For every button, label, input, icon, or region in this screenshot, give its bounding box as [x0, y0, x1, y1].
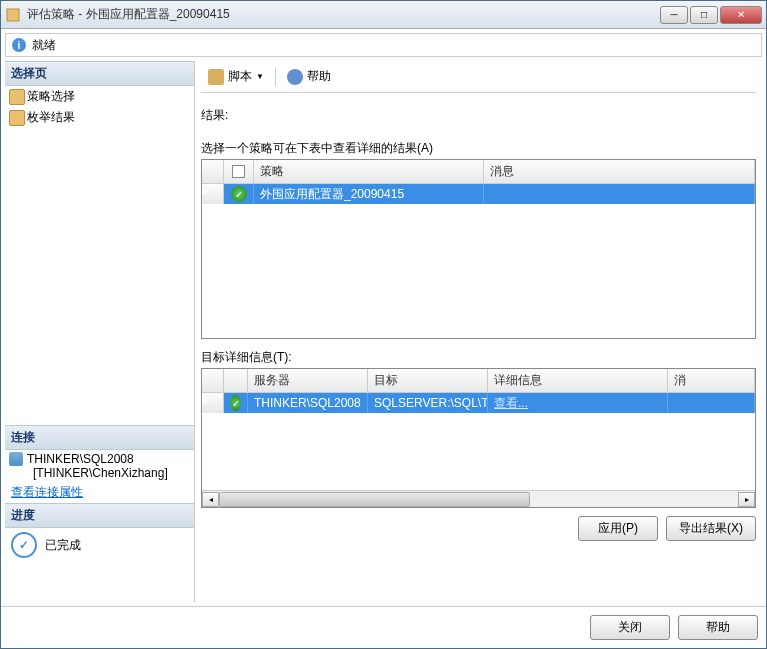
details-header: 服务器 目标 详细信息 消: [202, 369, 755, 393]
svg-rect-0: [7, 9, 19, 21]
col-policy[interactable]: 策略: [254, 160, 484, 183]
select-all-checkbox[interactable]: [232, 165, 245, 178]
results-instruction: 选择一个策略可在下表中查看详细的结果(A): [201, 140, 756, 157]
check-circle-icon: ✓: [11, 532, 37, 558]
col-target[interactable]: 目标: [368, 369, 488, 392]
action-buttons: 应用(P) 导出结果(X): [201, 508, 756, 549]
help-button[interactable]: 帮助: [280, 65, 338, 88]
connection-header: 连接: [5, 425, 194, 450]
status-text: 就绪: [32, 37, 56, 54]
results-row[interactable]: ▸ ✓ 外围应用配置器_20090415: [202, 184, 755, 204]
close-dialog-button[interactable]: 关闭: [590, 615, 670, 640]
toolbar-divider: [275, 68, 276, 86]
results-grid[interactable]: 策略 消息 ▸ ✓ 外围应用配置器_20090415: [201, 159, 756, 339]
info-icon: i: [12, 38, 26, 52]
scroll-right-button[interactable]: ▸: [738, 492, 755, 507]
row-marker: ▸: [202, 393, 224, 413]
close-button[interactable]: ✕: [720, 6, 762, 24]
info-cell: 查看...: [488, 393, 668, 413]
chevron-down-icon: ▼: [256, 72, 264, 81]
dialog-window: 评估策略 - 外围应用配置器_20090415 ─ □ ✕ i 就绪 选择页 策…: [0, 0, 767, 649]
script-button[interactable]: 脚本 ▼: [201, 65, 271, 88]
results-label: 结果:: [201, 107, 756, 124]
results-body: ▸ ✓ 外围应用配置器_20090415: [202, 184, 755, 338]
server-cell: THINKER\SQL2008: [248, 393, 368, 413]
col-server[interactable]: 服务器: [248, 369, 368, 392]
details-body: ▸ ✓ THINKER\SQL2008 SQLSERVER:\SQL\T... …: [202, 393, 755, 490]
status-bar: i 就绪: [5, 33, 762, 57]
progress-header: 进度: [5, 503, 194, 528]
row-marker: ▸: [202, 184, 224, 204]
scroll-left-button[interactable]: ◂: [202, 492, 219, 507]
col-info[interactable]: 详细信息: [488, 369, 668, 392]
col-message[interactable]: 消息: [484, 160, 755, 183]
maximize-button[interactable]: □: [690, 6, 718, 24]
script-icon: [208, 69, 224, 85]
policy-cell: 外围应用配置器_20090415: [254, 184, 484, 204]
apply-button[interactable]: 应用(P): [578, 516, 658, 541]
results-header: 策略 消息: [202, 160, 755, 184]
view-connection-link[interactable]: 查看连接属性: [5, 482, 194, 503]
app-icon: [5, 7, 21, 23]
window-title: 评估策略 - 外围应用配置器_20090415: [27, 6, 660, 23]
details-row[interactable]: ▸ ✓ THINKER\SQL2008 SQLSERVER:\SQL\T... …: [202, 393, 755, 413]
view-detail-link[interactable]: 查看...: [494, 395, 528, 412]
titlebar[interactable]: 评估策略 - 外围应用配置器_20090415 ─ □ ✕: [1, 1, 766, 29]
export-button[interactable]: 导出结果(X): [666, 516, 756, 541]
scroll-thumb[interactable]: [219, 492, 530, 507]
help-dialog-button[interactable]: 帮助: [678, 615, 758, 640]
details-label: 目标详细信息(T):: [201, 349, 756, 366]
connection-server: THINKER\SQL2008 [THINKER\ChenXizhang]: [5, 450, 194, 482]
select-page-header: 选择页: [5, 61, 194, 86]
help-icon: [287, 69, 303, 85]
window-buttons: ─ □ ✕: [660, 6, 762, 24]
sidebar-item-enum-results[interactable]: 枚举结果: [5, 107, 194, 128]
toolbar: 脚本 ▼ 帮助: [201, 61, 756, 93]
minimize-button[interactable]: ─: [660, 6, 688, 24]
message-cell: [484, 184, 755, 204]
details-grid[interactable]: 服务器 目标 详细信息 消 ▸ ✓ THINKER\SQL2008 SQLSER…: [201, 368, 756, 508]
footer: 关闭 帮助: [1, 606, 766, 648]
progress-status: ✓ 已完成: [5, 528, 194, 562]
col-msg[interactable]: 消: [668, 369, 755, 392]
sidebar: 选择页 策略选择 枚举结果 连接 THINKER\SQL2008 [THINKE…: [5, 61, 195, 602]
body: 选择页 策略选择 枚举结果 连接 THINKER\SQL2008 [THINKE…: [5, 61, 762, 602]
target-cell: SQLSERVER:\SQL\T...: [368, 393, 488, 413]
success-icon: ✓: [231, 186, 247, 202]
sidebar-item-policy-select[interactable]: 策略选择: [5, 86, 194, 107]
horizontal-scrollbar[interactable]: ◂ ▸: [202, 490, 755, 507]
main-panel: 脚本 ▼ 帮助 结果: 选择一个策略可在下表中查看详细的结果(A) 策略 消息: [195, 61, 762, 602]
success-icon: ✓: [230, 395, 241, 411]
